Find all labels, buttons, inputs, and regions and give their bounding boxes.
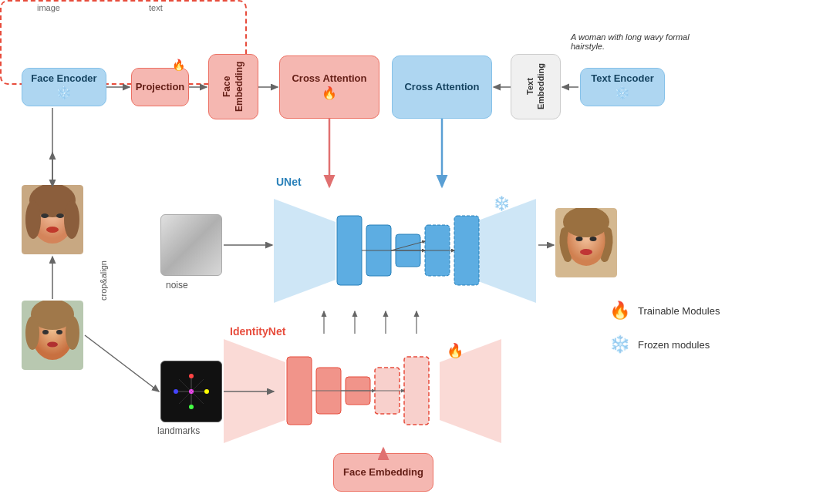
face-embedding-top-label: Face Embedding — [221, 55, 245, 119]
face-embedding-bottom-box: Face Embedding — [333, 453, 433, 492]
fire-icon-img-attn: 🔥 — [322, 86, 337, 102]
svg-point-15 — [56, 213, 64, 218]
svg-point-12 — [25, 200, 41, 239]
fire-legend-icon: 🔥 — [609, 301, 630, 321]
legend: 🔥 Trainable Modules ❄️ Frozen modules — [609, 301, 779, 368]
identitynet-visual: 🔥 — [224, 335, 501, 447]
svg-marker-32 — [474, 199, 536, 303]
result-photo-svg — [555, 208, 617, 277]
noise-label: noise — [166, 280, 188, 291]
fire-icon-projection: 🔥 — [172, 58, 185, 72]
image-cross-attention-label: Cross Attention — [292, 72, 366, 86]
svg-point-28 — [576, 237, 583, 241]
text-embedding-box: Text Embedding — [511, 54, 561, 119]
svg-point-20 — [25, 316, 39, 350]
svg-point-2 — [189, 374, 194, 378]
text-cross-attention-label: Cross Attention — [404, 81, 479, 94]
svg-point-29 — [590, 237, 597, 241]
text-label: text — [149, 3, 163, 12]
crop-align-label: crop&align — [99, 260, 108, 301]
legend-frozen: ❄️ Frozen modules — [609, 334, 779, 354]
legend-trainable: 🔥 Trainable Modules — [609, 301, 779, 321]
svg-rect-49 — [404, 357, 429, 425]
legend-frozen-label: Frozen modules — [638, 339, 710, 351]
unet-label: UNet — [276, 176, 302, 188]
svg-rect-33 — [337, 216, 362, 285]
landmarks-label: landmarks — [157, 425, 200, 436]
svg-point-3 — [189, 405, 194, 409]
svg-text:❄️: ❄️ — [493, 195, 511, 212]
svg-point-24 — [47, 342, 58, 348]
text-cross-attention-box: Cross Attention — [392, 55, 492, 119]
svg-point-30 — [580, 249, 592, 255]
unet-visual: ❄️ — [274, 191, 536, 311]
image-cross-attention-box: Cross Attention 🔥 — [279, 55, 379, 119]
svg-point-23 — [56, 330, 62, 334]
svg-marker-43 — [224, 339, 285, 443]
svg-rect-45 — [287, 357, 312, 425]
snowflake-legend-icon: ❄️ — [609, 334, 630, 354]
result-photo — [555, 208, 617, 277]
diagram: Face Encoder ❄️ Projection 🔥 Face Embedd… — [0, 0, 833, 504]
snowflake-icon-face-encoder: ❄️ — [56, 86, 72, 102]
svg-point-22 — [42, 330, 49, 334]
landmarks-box — [160, 361, 222, 422]
landmarks-svg — [168, 368, 214, 415]
svg-marker-31 — [274, 199, 336, 303]
text-encoder-label: Text Encoder — [591, 72, 653, 86]
projection-label: Projection — [136, 81, 185, 94]
prompt-content: A woman with long wavy formal hairstyle. — [571, 32, 690, 51]
prompt-text: A woman with long wavy formal hairstyle. — [571, 32, 725, 51]
svg-point-5 — [204, 389, 209, 394]
svg-point-13 — [64, 200, 79, 239]
image-label: image — [37, 3, 60, 12]
svg-line-75 — [85, 335, 159, 391]
face-top-svg — [22, 185, 83, 254]
svg-point-4 — [174, 389, 178, 394]
svg-point-14 — [41, 213, 49, 218]
svg-rect-37 — [454, 216, 479, 285]
svg-point-16 — [46, 227, 59, 233]
svg-text:🔥: 🔥 — [447, 342, 464, 359]
face-encoder-box: Face Encoder ❄️ — [22, 68, 106, 106]
face-embedding-top-box: Face Embedding — [208, 54, 258, 119]
face-encoder-label: Face Encoder — [31, 72, 96, 86]
snowflake-icon-text-encoder: ❄️ — [615, 86, 630, 102]
legend-trainable-label: Trainable Modules — [638, 305, 720, 317]
face-photo-top — [22, 185, 83, 254]
text-embedding-label: Text Embedding — [524, 55, 547, 119]
projection-box: Projection 🔥 — [131, 68, 189, 106]
svg-point-21 — [66, 316, 79, 350]
face-bottom-svg — [22, 301, 83, 370]
noise-box — [160, 214, 222, 276]
text-encoder-box: Text Encoder ❄️ — [580, 68, 665, 106]
face-photo-bottom — [22, 301, 83, 370]
face-embedding-bottom-label: Face Embedding — [343, 466, 423, 479]
